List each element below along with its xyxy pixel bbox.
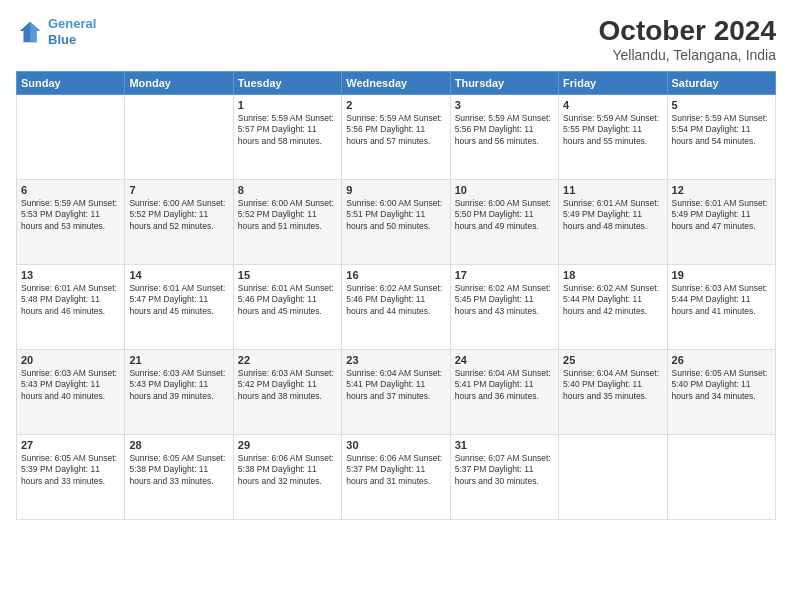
day-cell: 31Sunrise: 6:07 AM Sunset: 5:37 PM Dayli… bbox=[450, 434, 558, 519]
day-number: 9 bbox=[346, 184, 445, 196]
day-info: Sunrise: 6:05 AM Sunset: 5:39 PM Dayligh… bbox=[21, 453, 120, 487]
day-info: Sunrise: 6:03 AM Sunset: 5:43 PM Dayligh… bbox=[129, 368, 228, 402]
day-cell: 10Sunrise: 6:00 AM Sunset: 5:50 PM Dayli… bbox=[450, 179, 558, 264]
day-cell: 2Sunrise: 5:59 AM Sunset: 5:56 PM Daylig… bbox=[342, 94, 450, 179]
col-monday: Monday bbox=[125, 71, 233, 94]
day-info: Sunrise: 5:59 AM Sunset: 5:53 PM Dayligh… bbox=[21, 198, 120, 232]
day-cell: 16Sunrise: 6:02 AM Sunset: 5:46 PM Dayli… bbox=[342, 264, 450, 349]
calendar-header: Sunday Monday Tuesday Wednesday Thursday… bbox=[17, 71, 776, 94]
day-number: 23 bbox=[346, 354, 445, 366]
day-number: 1 bbox=[238, 99, 337, 111]
day-cell: 28Sunrise: 6:05 AM Sunset: 5:38 PM Dayli… bbox=[125, 434, 233, 519]
header: General Blue October 2024 Yellandu, Tela… bbox=[16, 16, 776, 63]
day-info: Sunrise: 6:02 AM Sunset: 5:44 PM Dayligh… bbox=[563, 283, 662, 317]
day-cell bbox=[17, 94, 125, 179]
day-number: 15 bbox=[238, 269, 337, 281]
day-cell: 18Sunrise: 6:02 AM Sunset: 5:44 PM Dayli… bbox=[559, 264, 667, 349]
day-info: Sunrise: 5:59 AM Sunset: 5:56 PM Dayligh… bbox=[346, 113, 445, 147]
day-number: 27 bbox=[21, 439, 120, 451]
day-number: 21 bbox=[129, 354, 228, 366]
day-info: Sunrise: 6:02 AM Sunset: 5:46 PM Dayligh… bbox=[346, 283, 445, 317]
day-info: Sunrise: 6:06 AM Sunset: 5:37 PM Dayligh… bbox=[346, 453, 445, 487]
day-cell bbox=[667, 434, 775, 519]
day-cell: 25Sunrise: 6:04 AM Sunset: 5:40 PM Dayli… bbox=[559, 349, 667, 434]
day-info: Sunrise: 5:59 AM Sunset: 5:57 PM Dayligh… bbox=[238, 113, 337, 147]
day-number: 14 bbox=[129, 269, 228, 281]
day-info: Sunrise: 6:00 AM Sunset: 5:52 PM Dayligh… bbox=[129, 198, 228, 232]
day-cell: 1Sunrise: 5:59 AM Sunset: 5:57 PM Daylig… bbox=[233, 94, 341, 179]
day-cell: 7Sunrise: 6:00 AM Sunset: 5:52 PM Daylig… bbox=[125, 179, 233, 264]
col-friday: Friday bbox=[559, 71, 667, 94]
col-saturday: Saturday bbox=[667, 71, 775, 94]
day-cell: 26Sunrise: 6:05 AM Sunset: 5:40 PM Dayli… bbox=[667, 349, 775, 434]
day-cell: 30Sunrise: 6:06 AM Sunset: 5:37 PM Dayli… bbox=[342, 434, 450, 519]
day-cell: 21Sunrise: 6:03 AM Sunset: 5:43 PM Dayli… bbox=[125, 349, 233, 434]
day-cell: 13Sunrise: 6:01 AM Sunset: 5:48 PM Dayli… bbox=[17, 264, 125, 349]
day-info: Sunrise: 6:03 AM Sunset: 5:42 PM Dayligh… bbox=[238, 368, 337, 402]
day-cell: 3Sunrise: 5:59 AM Sunset: 5:56 PM Daylig… bbox=[450, 94, 558, 179]
day-number: 2 bbox=[346, 99, 445, 111]
day-cell: 11Sunrise: 6:01 AM Sunset: 5:49 PM Dayli… bbox=[559, 179, 667, 264]
day-cell: 20Sunrise: 6:03 AM Sunset: 5:43 PM Dayli… bbox=[17, 349, 125, 434]
day-cell: 9Sunrise: 6:00 AM Sunset: 5:51 PM Daylig… bbox=[342, 179, 450, 264]
day-number: 3 bbox=[455, 99, 554, 111]
day-info: Sunrise: 6:02 AM Sunset: 5:45 PM Dayligh… bbox=[455, 283, 554, 317]
day-info: Sunrise: 5:59 AM Sunset: 5:56 PM Dayligh… bbox=[455, 113, 554, 147]
day-cell: 14Sunrise: 6:01 AM Sunset: 5:47 PM Dayli… bbox=[125, 264, 233, 349]
week-row-0: 1Sunrise: 5:59 AM Sunset: 5:57 PM Daylig… bbox=[17, 94, 776, 179]
day-cell: 15Sunrise: 6:01 AM Sunset: 5:46 PM Dayli… bbox=[233, 264, 341, 349]
day-info: Sunrise: 6:03 AM Sunset: 5:44 PM Dayligh… bbox=[672, 283, 771, 317]
day-info: Sunrise: 5:59 AM Sunset: 5:55 PM Dayligh… bbox=[563, 113, 662, 147]
day-number: 5 bbox=[672, 99, 771, 111]
day-info: Sunrise: 5:59 AM Sunset: 5:54 PM Dayligh… bbox=[672, 113, 771, 147]
day-number: 16 bbox=[346, 269, 445, 281]
calendar-body: 1Sunrise: 5:59 AM Sunset: 5:57 PM Daylig… bbox=[17, 94, 776, 519]
day-cell: 19Sunrise: 6:03 AM Sunset: 5:44 PM Dayli… bbox=[667, 264, 775, 349]
day-cell: 24Sunrise: 6:04 AM Sunset: 5:41 PM Dayli… bbox=[450, 349, 558, 434]
day-info: Sunrise: 6:01 AM Sunset: 5:49 PM Dayligh… bbox=[563, 198, 662, 232]
day-cell: 17Sunrise: 6:02 AM Sunset: 5:45 PM Dayli… bbox=[450, 264, 558, 349]
day-info: Sunrise: 6:01 AM Sunset: 5:46 PM Dayligh… bbox=[238, 283, 337, 317]
day-number: 13 bbox=[21, 269, 120, 281]
day-number: 25 bbox=[563, 354, 662, 366]
day-number: 28 bbox=[129, 439, 228, 451]
day-info: Sunrise: 6:01 AM Sunset: 5:47 PM Dayligh… bbox=[129, 283, 228, 317]
day-cell: 8Sunrise: 6:00 AM Sunset: 5:52 PM Daylig… bbox=[233, 179, 341, 264]
day-info: Sunrise: 6:04 AM Sunset: 5:41 PM Dayligh… bbox=[455, 368, 554, 402]
day-number: 10 bbox=[455, 184, 554, 196]
day-cell: 4Sunrise: 5:59 AM Sunset: 5:55 PM Daylig… bbox=[559, 94, 667, 179]
day-info: Sunrise: 6:06 AM Sunset: 5:38 PM Dayligh… bbox=[238, 453, 337, 487]
day-info: Sunrise: 6:07 AM Sunset: 5:37 PM Dayligh… bbox=[455, 453, 554, 487]
day-info: Sunrise: 6:00 AM Sunset: 5:52 PM Dayligh… bbox=[238, 198, 337, 232]
day-number: 11 bbox=[563, 184, 662, 196]
col-thursday: Thursday bbox=[450, 71, 558, 94]
day-number: 30 bbox=[346, 439, 445, 451]
day-info: Sunrise: 6:00 AM Sunset: 5:51 PM Dayligh… bbox=[346, 198, 445, 232]
week-row-3: 20Sunrise: 6:03 AM Sunset: 5:43 PM Dayli… bbox=[17, 349, 776, 434]
day-number: 18 bbox=[563, 269, 662, 281]
day-info: Sunrise: 6:03 AM Sunset: 5:43 PM Dayligh… bbox=[21, 368, 120, 402]
col-sunday: Sunday bbox=[17, 71, 125, 94]
day-number: 8 bbox=[238, 184, 337, 196]
day-cell: 5Sunrise: 5:59 AM Sunset: 5:54 PM Daylig… bbox=[667, 94, 775, 179]
day-cell: 27Sunrise: 6:05 AM Sunset: 5:39 PM Dayli… bbox=[17, 434, 125, 519]
week-row-1: 6Sunrise: 5:59 AM Sunset: 5:53 PM Daylig… bbox=[17, 179, 776, 264]
logo-text: General Blue bbox=[48, 16, 96, 47]
col-tuesday: Tuesday bbox=[233, 71, 341, 94]
day-info: Sunrise: 6:01 AM Sunset: 5:48 PM Dayligh… bbox=[21, 283, 120, 317]
day-cell: 23Sunrise: 6:04 AM Sunset: 5:41 PM Dayli… bbox=[342, 349, 450, 434]
logo-line1: General bbox=[48, 16, 96, 31]
day-number: 22 bbox=[238, 354, 337, 366]
month-title: October 2024 bbox=[599, 16, 776, 47]
day-number: 19 bbox=[672, 269, 771, 281]
day-info: Sunrise: 6:00 AM Sunset: 5:50 PM Dayligh… bbox=[455, 198, 554, 232]
svg-marker-1 bbox=[30, 21, 40, 42]
calendar-table: Sunday Monday Tuesday Wednesday Thursday… bbox=[16, 71, 776, 520]
day-info: Sunrise: 6:05 AM Sunset: 5:38 PM Dayligh… bbox=[129, 453, 228, 487]
page-container: General Blue October 2024 Yellandu, Tela… bbox=[0, 0, 792, 612]
day-info: Sunrise: 6:01 AM Sunset: 5:49 PM Dayligh… bbox=[672, 198, 771, 232]
day-number: 20 bbox=[21, 354, 120, 366]
title-block: October 2024 Yellandu, Telangana, India bbox=[599, 16, 776, 63]
day-cell: 6Sunrise: 5:59 AM Sunset: 5:53 PM Daylig… bbox=[17, 179, 125, 264]
day-number: 17 bbox=[455, 269, 554, 281]
